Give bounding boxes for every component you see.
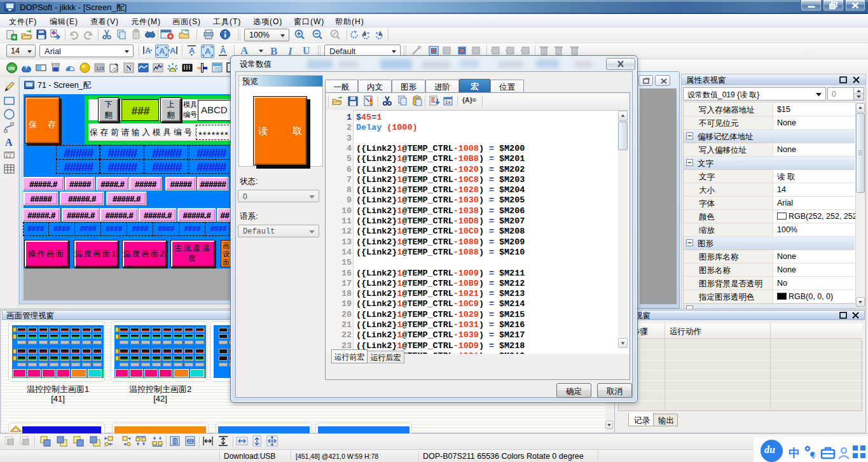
- svg-text:U: U: [303, 45, 310, 56]
- svg-text:A: A: [159, 46, 165, 56]
- svg-text:A: A: [220, 46, 226, 55]
- svg-text:123: 123: [97, 66, 104, 71]
- svg-text:ON: ON: [8, 66, 15, 71]
- svg-text:A: A: [205, 46, 211, 56]
- svg-text:A: A: [170, 46, 176, 55]
- svg-text:A: A: [5, 137, 13, 148]
- svg-text:N: N: [126, 64, 132, 73]
- svg-text:A: A: [189, 46, 195, 55]
- svg-text:1±: 1±: [445, 99, 451, 105]
- svg-text:1 2: 1 2: [6, 154, 11, 158]
